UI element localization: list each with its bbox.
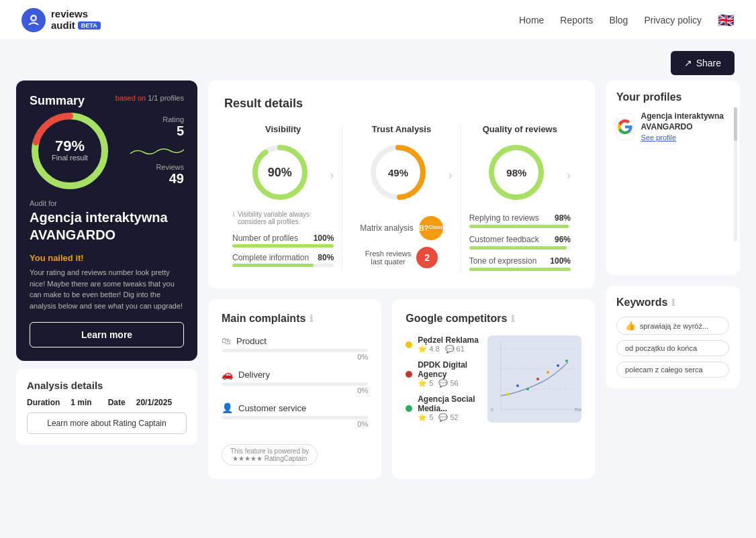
keyword-text-1: sprawiają że wyróż... bbox=[640, 322, 708, 330]
product-value: 0% bbox=[222, 353, 368, 361]
comp-stats-1: ⭐ 4.8 💬 61 bbox=[418, 345, 479, 354]
logo-text: reviews auditBETA bbox=[51, 9, 101, 31]
powered-by-section: This feature is powered by★★★★★ RatingCa… bbox=[222, 436, 368, 466]
result-details-card: Result details Visibility 90% › bbox=[208, 80, 595, 288]
keyword-text-2: od początku do końca bbox=[625, 344, 697, 352]
keywords-title: Keywords ℹ bbox=[616, 297, 729, 309]
feedback-item: Customer feedback 96% bbox=[469, 235, 571, 250]
wavy-line-icon bbox=[130, 144, 184, 158]
keyword-chip-1[interactable]: 👍 sprawiają że wyróż... bbox=[616, 317, 729, 335]
circle-label: 79% Final result bbox=[52, 139, 88, 162]
keyword-text-3: polecam z całego serca bbox=[625, 366, 703, 374]
duration-label: Duration bbox=[27, 398, 60, 407]
bottom-row: Main complaints ℹ 🛍 Product 0% 🚗 Deliver… bbox=[208, 299, 595, 479]
right-panel: Your profiles Agencja interaktywna AVANG… bbox=[606, 80, 740, 479]
comp-stars-1: ⭐ 4.8 bbox=[418, 345, 439, 354]
matrix-badge: B? Class bbox=[419, 216, 443, 240]
main-content: Summary based on 1/1 profiles 79% Final … bbox=[0, 80, 756, 495]
rating-reviews: Rating 5 Reviews 49 bbox=[130, 115, 184, 186]
nav-reports[interactable]: Reports bbox=[560, 15, 593, 25]
trust-metric: Trust Analysis 49% › Mat bbox=[342, 124, 461, 272]
customer-service-value: 0% bbox=[222, 420, 368, 428]
comp-reviews-icon-3: 💬 52 bbox=[438, 413, 458, 422]
svg-point-1 bbox=[32, 16, 36, 19]
visibility-chevron-icon[interactable]: › bbox=[330, 168, 334, 182]
complaints-info-icon[interactable]: ℹ bbox=[310, 313, 313, 324]
profile-info: Agencja interaktywna AVANGARDO See profi… bbox=[641, 111, 729, 142]
analysis-row: Duration 1 min Date 20/1/2025 bbox=[27, 398, 187, 407]
trust-chevron-icon[interactable]: › bbox=[448, 168, 453, 182]
quality-metric: Quality of reviews 98% › bbox=[461, 124, 579, 272]
final-score-circle: 79% Final result bbox=[30, 111, 110, 191]
keywords-info-icon[interactable]: ℹ bbox=[671, 297, 675, 308]
comp-name-2: DPDK Digital Agency bbox=[418, 360, 479, 379]
comp-reviews-icon-2: 💬 56 bbox=[438, 379, 458, 388]
left-panel: Summary based on 1/1 profiles 79% Final … bbox=[16, 80, 197, 479]
nailed-it-label: You nailed it! bbox=[30, 253, 184, 263]
visibility-donut: 90% bbox=[250, 142, 310, 203]
audit-for-label: Audit for bbox=[30, 199, 184, 207]
comp-dot-2 bbox=[406, 371, 412, 378]
company-name: Agencja interaktywna AVANGARDO bbox=[30, 209, 184, 244]
svg-point-22 bbox=[557, 364, 559, 367]
nav-blog[interactable]: Blog bbox=[609, 15, 628, 25]
summary-title: Summary bbox=[30, 94, 85, 108]
logo[interactable]: reviews auditBETA bbox=[21, 8, 101, 32]
info-icon: ℹ bbox=[232, 211, 235, 218]
svg-point-17 bbox=[506, 393, 509, 396]
delivery-label: Delivery bbox=[238, 370, 270, 380]
date-label: Date bbox=[108, 398, 126, 407]
visibility-note: ℹ Visibility variable always considers a… bbox=[232, 211, 334, 225]
nav-privacy[interactable]: Privacy policy bbox=[644, 15, 702, 25]
learn-captain-button[interactable]: Learn more about Rating Captain bbox=[27, 413, 187, 434]
fresh-label: Fresh reviewslast quater bbox=[365, 250, 411, 266]
quality-chevron-icon[interactable]: › bbox=[567, 168, 571, 182]
profile-entry: Agencja interaktywna AVANGARDO See profi… bbox=[616, 111, 729, 142]
comp-name-1: Pędzel Reklama bbox=[418, 335, 479, 345]
delivery-icon: 🚗 bbox=[222, 369, 233, 380]
share-button[interactable]: ↗ Share bbox=[671, 51, 735, 75]
share-icon: ↗ bbox=[684, 58, 692, 68]
customer-service-label: Customer service bbox=[238, 403, 306, 413]
center-column: Result details Visibility 90% › bbox=[208, 80, 595, 479]
score-area: 79% Final result Rating 5 Reviews 49 bbox=[30, 111, 184, 191]
fresh-reviews-section: Fresh reviewslast quater 2 bbox=[350, 247, 452, 268]
comp-stars-3: ⭐ 5 bbox=[418, 413, 433, 422]
competitor-3: Agencja Social Media... ⭐ 5 💬 52 bbox=[406, 394, 479, 422]
comp-reviews-icon-1: 💬 61 bbox=[445, 345, 465, 354]
customer-service-icon: 👤 bbox=[222, 402, 233, 413]
competitors-info-icon[interactable]: ℹ bbox=[511, 313, 514, 324]
see-profile-link[interactable]: See profile bbox=[641, 133, 729, 142]
profile-company-name: Agencja interaktywna AVANGARDO bbox=[641, 111, 729, 132]
quality-items: Replying to reviews 98% Customer feedbac… bbox=[469, 213, 571, 271]
keyword-chip-3[interactable]: polecam z całego serca bbox=[616, 362, 729, 378]
visibility-percent: 90% bbox=[268, 166, 292, 180]
trust-donut: 49% bbox=[368, 142, 428, 203]
trust-percent: 49% bbox=[388, 167, 408, 178]
reviews-block: Reviews 49 bbox=[130, 163, 184, 186]
language-flag[interactable]: 🇬🇧 bbox=[718, 12, 735, 28]
nav-home[interactable]: Home bbox=[519, 15, 544, 25]
competitor-1: Pędzel Reklama ⭐ 4.8 💬 61 bbox=[406, 335, 479, 354]
product-complaint: 🛍 Product 0% bbox=[222, 335, 368, 361]
customer-service-complaint: 👤 Customer service 0% bbox=[222, 402, 368, 428]
keyword-chip-2[interactable]: od początku do końca bbox=[616, 340, 729, 356]
quality-donut: 98% bbox=[486, 142, 547, 203]
competitors-card: Google competitors ℹ Pędzel Reklama ⭐ 4.… bbox=[392, 299, 595, 479]
competitors-title: Google competitors ℹ bbox=[406, 313, 581, 325]
comp-dot-3 bbox=[406, 405, 412, 412]
product-icon: 🛍 bbox=[222, 335, 231, 346]
matrix-label: Matrix analysis bbox=[360, 223, 413, 233]
date-value: 20/1/2025 bbox=[136, 398, 172, 407]
metrics-row: Visibility 90% › ℹ Visibili bbox=[224, 124, 579, 272]
logo-icon bbox=[21, 8, 46, 32]
analysis-card: Analysis details Duration 1 min Date 20/… bbox=[16, 369, 197, 445]
powered-by-badge: This feature is powered by★★★★★ RatingCa… bbox=[222, 444, 318, 466]
matrix-section: Matrix analysis B? Class Fresh reviewsla… bbox=[350, 216, 452, 268]
competitors-chart: 0 Rating bbox=[487, 335, 581, 423]
thumb-icon-1: 👍 bbox=[625, 321, 636, 331]
based-on: based on 1/1 profiles bbox=[115, 94, 184, 102]
visibility-metric: Visibility 90% › ℹ Visibili bbox=[224, 124, 342, 272]
learn-more-button[interactable]: Learn more bbox=[30, 322, 184, 347]
main-nav: Home Reports Blog Privacy policy 🇬🇧 bbox=[519, 12, 735, 28]
